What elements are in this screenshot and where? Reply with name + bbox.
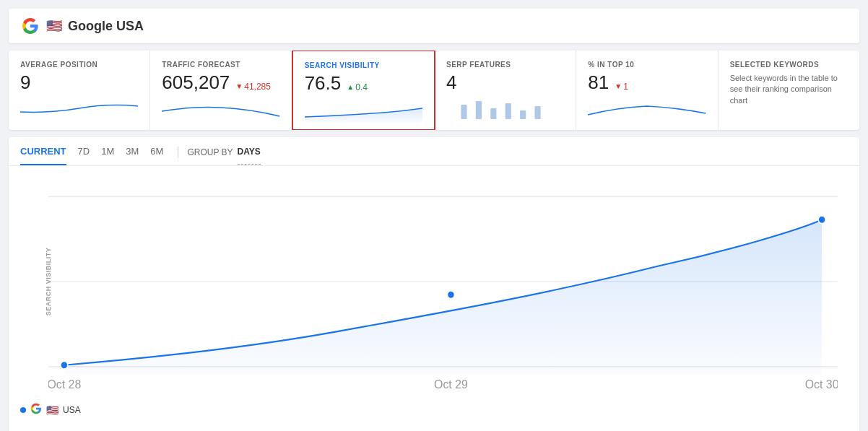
metric-card-traffic-forecast[interactable]: TRAFFIC FORECAST 605,207 ▼ 41,285 xyxy=(150,51,292,130)
sparkline-search-visibility xyxy=(305,101,422,123)
svg-point-12 xyxy=(61,361,68,369)
metric-card-selected-keywords: SELECTED KEYWORDS Select keywords in the… xyxy=(719,51,859,130)
metric-label-traffic-forecast: TRAFFIC FORECAST xyxy=(162,61,279,69)
svg-text:Oct 28: Oct 28 xyxy=(48,377,81,390)
metric-label-selected-keywords: SELECTED KEYWORDS xyxy=(730,61,848,69)
svg-rect-4 xyxy=(520,110,526,119)
sparkline-pct-top10 xyxy=(588,100,706,122)
svg-point-13 xyxy=(447,291,454,299)
header-bar: 🇺🇸 Google USA xyxy=(9,9,859,43)
group-by-label: GROUP BY xyxy=(187,147,233,165)
metric-label-pct-top10: % IN TOP 10 xyxy=(588,61,706,69)
y-axis-label: SEARCH VISIBILITY xyxy=(45,248,52,316)
legend-flag: 🇺🇸 xyxy=(46,404,58,416)
collapse-chevron[interactable]: ∧ xyxy=(9,424,859,431)
legend-google-icon xyxy=(30,403,42,417)
svg-text:Oct 30: Oct 30 xyxy=(805,377,838,390)
sparkline-traffic-forecast xyxy=(162,100,279,122)
svg-rect-1 xyxy=(476,101,482,119)
filter-btn-1m[interactable]: 1M xyxy=(101,146,114,165)
metric-change-search-visibility: ▲ 0.4 xyxy=(347,82,368,92)
metric-label-average-position: AVERAGE POSITION xyxy=(20,61,138,69)
metric-change-traffic-forecast: ▼ 41,285 xyxy=(235,82,271,92)
metrics-row: AVERAGE POSITION 9 TRAFFIC FORECAST 605,… xyxy=(9,51,859,130)
legend-text: USA xyxy=(63,405,81,415)
sparkline-serp-features xyxy=(446,97,564,119)
metric-note-selected-keywords: Select keywords in the table to see thei… xyxy=(730,73,848,106)
arrow-down-icon-2: ▼ xyxy=(615,82,622,90)
arrow-up-icon: ▲ xyxy=(347,83,354,91)
svg-point-14 xyxy=(818,216,825,224)
metric-label-serp-features: SERP FEATURES xyxy=(446,61,564,69)
metric-value-average-position: 9 xyxy=(20,73,138,92)
chart-section: CURRENT 7D 1M 3M 6M GROUP BY DAYS SEARCH… xyxy=(9,137,859,431)
svg-text:Oct 29: Oct 29 xyxy=(434,377,468,390)
metric-card-pct-top10[interactable]: % IN TOP 10 81 ▼ 1 xyxy=(576,51,718,130)
legend-dot xyxy=(20,407,26,413)
filter-btn-7d[interactable]: 7D xyxy=(78,146,90,165)
svg-rect-5 xyxy=(534,106,540,119)
filter-btn-current[interactable]: CURRENT xyxy=(20,146,66,165)
filter-btn-3m[interactable]: 3M xyxy=(126,146,139,165)
google-logo-icon xyxy=(20,16,40,36)
svg-rect-0 xyxy=(461,105,466,119)
filter-btn-6m[interactable]: 6M xyxy=(150,146,163,165)
metric-card-search-visibility[interactable]: SEARCH VISIBILITY 76.5 ▲ 0.4 xyxy=(292,51,435,130)
header-title: Google USA xyxy=(68,19,144,34)
flag-icon: 🇺🇸 xyxy=(46,18,62,34)
chart-legend: 🇺🇸 USA xyxy=(9,397,859,424)
svg-rect-2 xyxy=(490,108,496,119)
chart-inner: 77 76 75 Oct 28 Oct 29 xyxy=(48,173,838,390)
svg-rect-3 xyxy=(505,103,511,119)
chart-wrapper: SEARCH VISIBILITY xyxy=(9,166,859,397)
metric-card-serp-features[interactable]: SERP FEATURES 4 xyxy=(435,51,576,130)
metric-value-search-visibility: 76.5 xyxy=(305,74,342,92)
metric-change-pct-top10: ▼ 1 xyxy=(615,82,628,92)
metric-label-search-visibility: SEARCH VISIBILITY xyxy=(305,61,422,69)
sparkline-average-position xyxy=(20,97,138,119)
metric-value-serp-features: 4 xyxy=(446,73,564,92)
metric-card-average-position[interactable]: AVERAGE POSITION 9 xyxy=(9,51,150,130)
group-by-value[interactable]: DAYS xyxy=(238,147,261,165)
arrow-down-icon: ▼ xyxy=(235,82,243,90)
filter-divider xyxy=(178,147,178,158)
metric-value-traffic-forecast: 605,207 xyxy=(162,73,230,92)
time-filter-bar: CURRENT 7D 1M 3M 6M GROUP BY DAYS xyxy=(9,137,859,166)
metric-value-pct-top10: 81 xyxy=(588,73,609,92)
